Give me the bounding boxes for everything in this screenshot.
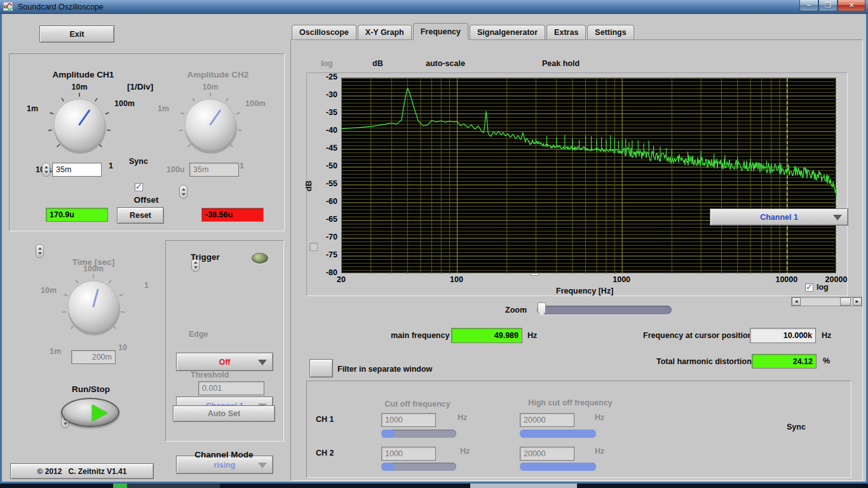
channel-mode-label: Channel Mode: [178, 450, 270, 459]
y-tick-label: -40: [308, 126, 337, 135]
scroll-right-arrow-icon[interactable]: ►: [853, 297, 862, 306]
y-tick-label: -55: [308, 179, 337, 188]
ch1-cutoff-slider[interactable]: [381, 430, 456, 438]
offset-ch1-display: 170.9u: [46, 208, 108, 222]
ch1-high-slider[interactable]: [520, 430, 596, 438]
amplitude-ch1-spinner[interactable]: [42, 163, 50, 177]
tab-signalgenerator[interactable]: Signalgenerator: [470, 25, 545, 39]
trigger-title: Trigger: [191, 252, 220, 262]
x-tick-label: 1000: [602, 275, 641, 284]
amplitude-ch2-title: Amplitude CH2: [158, 70, 278, 79]
cursor-frequency-display: 10.000k: [750, 328, 816, 343]
knob-label: 10m: [71, 83, 87, 92]
y-tick-label: -30: [308, 90, 337, 99]
auto-set-button: Auto Set: [173, 405, 275, 422]
filter-ch2-label: CH 2: [316, 449, 334, 458]
chevron-down-icon: [258, 360, 267, 365]
time-knob: 100m 1 10m 1m 10: [39, 266, 147, 358]
taskbar-segment: [127, 484, 220, 488]
knob-label: 1: [109, 161, 113, 170]
ch2-cutoff-unit: Hz: [460, 447, 470, 456]
knob-label: 1m: [27, 104, 38, 113]
tab-settings[interactable]: Settings: [587, 25, 634, 39]
minimize-button[interactable]: –: [799, 0, 818, 11]
high-cutoff-header: High cut off frequency: [515, 398, 626, 407]
offset-ch2-display: -38.56u: [201, 208, 264, 222]
y-tick-label: -65: [308, 215, 337, 224]
thd-unit: %: [823, 356, 830, 365]
y-tick-label: -25: [308, 72, 337, 81]
ch2-high-slider[interactable]: [520, 463, 596, 471]
sync-checkbox[interactable]: [135, 183, 143, 191]
ch1-high-value: 20000: [520, 413, 574, 427]
play-icon: [92, 405, 107, 421]
tab-frequency[interactable]: Frequency: [413, 23, 468, 39]
run-stop-label: Run/Stop: [62, 384, 119, 394]
y-tick-label: -70: [308, 233, 337, 241]
cutoff-header: Cut off frequency: [367, 400, 468, 409]
chevron-down-icon: [258, 463, 267, 468]
scroll-left-arrow-icon[interactable]: ◄: [792, 297, 801, 306]
offset-reset-button[interactable]: Reset: [117, 207, 164, 224]
main-frequency-label: main frequency: [391, 331, 449, 340]
tab-extras[interactable]: Extras: [546, 25, 586, 39]
knob-label: 1m: [158, 104, 169, 113]
filter-sync-label: Sync: [787, 423, 806, 431]
run-stop-button[interactable]: [61, 398, 119, 427]
x-axis-title: Frequency [Hz]: [556, 287, 613, 295]
trigger-mode-value: Off: [219, 358, 230, 367]
chevron-down-icon: [833, 215, 842, 220]
ch2-cutoff-slider[interactable]: [381, 463, 456, 471]
ch2-cutoff-value: 1000: [381, 447, 436, 461]
filter-window-button[interactable]: [309, 359, 333, 377]
zoom-label: Zoom: [505, 306, 527, 315]
ch2-high-fill: [520, 463, 596, 471]
taskbar-segment: [470, 484, 577, 488]
time-value: 200m: [71, 350, 116, 364]
knob-label: 1m: [50, 347, 61, 356]
amplitude-ch1-title: Amplitude CH1: [23, 70, 144, 79]
log-scale-checkbox[interactable]: [805, 283, 813, 292]
window-title: Soundcard Oszilloscope: [18, 3, 104, 11]
main-frequency-display: 49.989: [451, 328, 522, 343]
edge-label: Edge: [189, 330, 208, 339]
tab-x-y-graph[interactable]: X-Y Graph: [358, 25, 412, 39]
log-scale-label: log: [817, 283, 829, 292]
trigger-mode-dropdown[interactable]: Off: [176, 353, 273, 371]
offset-ch1-spinner[interactable]: [36, 244, 44, 258]
spectrum-plot[interactable]: [341, 78, 836, 273]
cursor-frequency-label: Frequency at cursor position: [643, 331, 752, 340]
main-frequency-unit: Hz: [527, 331, 537, 340]
channel-select-dropdown[interactable]: Channel 1: [710, 208, 848, 226]
close-button[interactable]: ✕: [837, 0, 865, 11]
amplitude-ch1-value[interactable]: 35m: [52, 163, 102, 177]
auto-scale-label: auto-scale: [426, 59, 465, 68]
knob-label: 10m: [41, 286, 57, 295]
knob-label: 10: [118, 343, 127, 352]
copyright-bar[interactable]: © 2012 C. Zeitnitz V1.41: [10, 463, 154, 479]
graph-scrollbar[interactable]: ◄ ►: [791, 297, 862, 306]
app-window: Soundcard Oszilloscope –❐✕ Exit Amplitud…: [0, 0, 868, 488]
ch1-cutoff-unit: Hz: [458, 413, 467, 422]
sync-label: Sync: [129, 157, 148, 166]
scrollbar-thumb[interactable]: [840, 297, 851, 306]
app-icon: [3, 2, 13, 11]
channel-select-value: Channel 1: [760, 213, 798, 222]
window-controls: –❐✕: [799, 0, 865, 11]
restore-button[interactable]: ❐: [818, 0, 837, 11]
exit-button[interactable]: Exit: [39, 25, 114, 43]
y-tick-label: -60: [308, 197, 337, 206]
knob-label: 10m: [202, 83, 218, 92]
log-label: log: [321, 59, 333, 68]
zoom-slider-track[interactable]: [537, 306, 672, 315]
titlebar: Soundcard Oszilloscope –❐✕: [0, 0, 868, 14]
amplitude-ch2-spinner: [179, 185, 187, 199]
filter-ch1-label: CH 1: [316, 415, 334, 424]
knob-label: 100u: [166, 165, 185, 174]
threshold-label: Threshold: [191, 370, 229, 379]
knob-label: 1: [240, 161, 244, 170]
ch1-high-unit: Hz: [595, 413, 604, 422]
trigger-edge-value: rising: [214, 461, 235, 470]
tab-oscilloscope[interactable]: Oscilloscope: [292, 25, 356, 39]
window-frame-left: [0, 14, 2, 484]
